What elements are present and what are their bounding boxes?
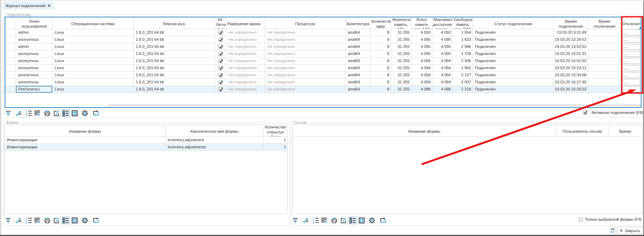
svg-text:3: 3: [26, 222, 27, 224]
svg-text:3: 3: [313, 222, 314, 224]
svg-text:3: 3: [26, 115, 27, 117]
